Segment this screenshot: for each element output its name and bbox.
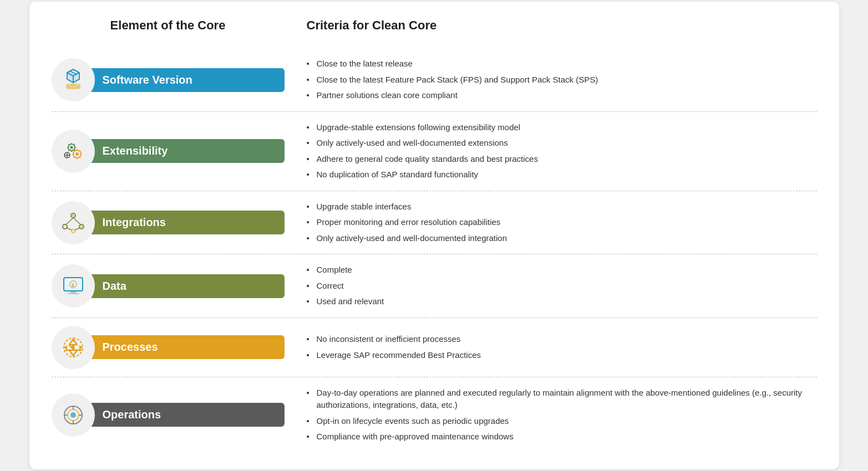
row-processes: ProcessesNo inconsistent or inefficient … (52, 318, 817, 377)
list-item: Day-to-day operations are planned and ex… (307, 385, 817, 413)
row-operations: OperationsDay-to-day operations are plan… (52, 377, 817, 453)
svg-point-4 (70, 146, 73, 149)
element-col-extensibility: Extensibility (52, 130, 285, 173)
criteria-col-integrations: Upgrade stable interfacesProper monitori… (285, 199, 817, 247)
svg-rect-23 (67, 293, 79, 294)
label-software-version: Software Version (85, 68, 285, 92)
svg-rect-2 (71, 84, 75, 85)
row-software-version: Software VersionClose to the latest rele… (52, 48, 817, 112)
element-col-integrations: Integrations (52, 201, 285, 244)
list-item: Leverage SAP recommended Best Practices (307, 347, 817, 364)
main-card: Element of the Core Criteria for Clean C… (29, 2, 839, 469)
list-item: Opt-in on lifecycle events such as perio… (307, 413, 817, 429)
criteria-col-data: CompleteCorrectUsed and relevant (285, 262, 817, 310)
list-item: Only actively-used and well-documented e… (307, 135, 817, 151)
criteria-col-processes: No inconsistent or inefficient processes… (285, 331, 817, 363)
right-title: Criteria for Clean Core (307, 18, 817, 33)
svg-point-19 (80, 226, 83, 228)
list-item: Close to the latest release (307, 56, 817, 72)
element-col-processes: Processes (52, 326, 285, 369)
criteria-col-operations: Day-to-day operations are planned and ex… (285, 385, 817, 445)
network-icon (52, 201, 95, 244)
header-row: Element of the Core Criteria for Clean C… (52, 18, 817, 38)
row-integrations: IntegrationsUpgrade stable interfacesPro… (52, 191, 817, 255)
row-extensibility: ExtensibilityUpgrade-stable extensions f… (52, 112, 817, 191)
shield-lock-icon (52, 393, 95, 437)
element-col-data: 1 Data (52, 264, 285, 308)
row-data: 1 DataCompleteCorrectUsed and relevant (52, 254, 817, 318)
list-item: Compliance with pre-approved maintenance… (307, 429, 817, 445)
package-icon (52, 58, 95, 101)
list-item: Partner solutions clean core compliant (307, 88, 817, 104)
list-item: Upgrade-stable extensions following exte… (307, 120, 817, 136)
svg-point-18 (72, 214, 74, 217)
left-title: Element of the Core (52, 18, 285, 33)
list-item: No inconsistent or inefficient processes (307, 331, 817, 347)
svg-point-11 (63, 224, 67, 229)
svg-point-13 (72, 229, 75, 233)
svg-rect-22 (70, 291, 76, 293)
svg-line-16 (67, 228, 72, 230)
label-extensibility: Extensibility (85, 139, 285, 163)
label-data: Data (85, 274, 285, 298)
list-item: No duplication of SAP standard functiona… (307, 167, 817, 183)
rows-container: Software VersionClose to the latest rele… (52, 48, 817, 453)
svg-line-14 (65, 218, 73, 225)
label-operations: Operations (85, 403, 285, 427)
label-integrations: Integrations (85, 211, 285, 234)
recycle-icon (52, 326, 95, 369)
list-item: Complete (307, 262, 817, 278)
left-column-header: Element of the Core (52, 18, 285, 38)
criteria-list-data: CompleteCorrectUsed and relevant (307, 262, 817, 310)
list-item: Adhere to general code quality standards… (307, 151, 817, 167)
svg-line-17 (75, 228, 80, 230)
svg-line-15 (73, 218, 81, 225)
criteria-col-software-version: Close to the latest releaseClose to the … (285, 56, 817, 104)
data-monitor-icon: 1 (52, 264, 95, 308)
svg-point-6 (75, 152, 79, 156)
criteria-list-integrations: Upgrade stable interfacesProper monitori… (307, 199, 817, 247)
element-col-operations: Operations (52, 393, 285, 437)
label-processes: Processes (85, 335, 285, 359)
list-item: Upgrade stable interfaces (307, 199, 817, 215)
criteria-list-software-version: Close to the latest releaseClose to the … (307, 56, 817, 104)
svg-point-26 (72, 283, 74, 285)
criteria-col-extensibility: Upgrade-stable extensions following exte… (285, 120, 817, 183)
criteria-list-extensibility: Upgrade-stable extensions following exte… (307, 120, 817, 183)
list-item: Correct (307, 278, 817, 294)
list-item: Only actively-used and well-documented i… (307, 231, 817, 247)
element-col-software-version: Software Version (52, 58, 285, 101)
gear-settings-icon (52, 130, 95, 173)
criteria-list-processes: No inconsistent or inefficient processes… (307, 331, 817, 363)
list-item: Close to the latest Feature Pack Stack (… (307, 72, 817, 88)
list-item: Proper monitoring and error resolution c… (307, 214, 817, 231)
list-item: Used and relevant (307, 294, 817, 310)
svg-point-32 (70, 412, 76, 418)
svg-marker-29 (64, 345, 67, 350)
criteria-list-operations: Day-to-day operations are planned and ex… (307, 385, 817, 445)
right-column-header: Criteria for Clean Core (285, 18, 817, 38)
